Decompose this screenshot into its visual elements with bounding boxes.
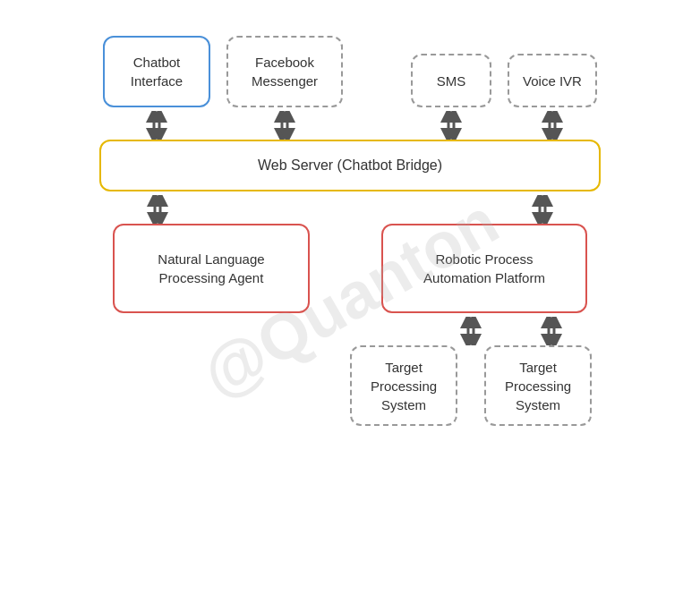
arrow-voiceivr xyxy=(539,111,566,140)
chatbot-label: Chatbot Interface xyxy=(131,53,183,90)
arrow-rpa xyxy=(529,195,556,224)
row-arrows-3 xyxy=(99,317,601,345)
target2-box: Target Processing System xyxy=(484,345,592,426)
arrow-sms xyxy=(438,111,465,140)
voiceivr-box: Voice IVR xyxy=(508,54,597,107)
row-nlp-rpa: Natural Language Processing Agent Roboti… xyxy=(18,224,682,313)
arrow-nlp xyxy=(144,195,171,224)
target2-label: Target Processing System xyxy=(505,358,571,414)
row-webserver: Web Server (Chatbot Bridge) xyxy=(18,140,682,191)
voiceivr-label: Voice IVR xyxy=(523,72,582,90)
facebook-label: Facebook Messenger xyxy=(252,53,318,90)
diagram-container: @Quanton Chatbot Interface Facebook Mess… xyxy=(0,0,700,595)
row-arrows-1 xyxy=(18,111,682,140)
target1-box: Target Processing System xyxy=(350,345,457,426)
facebook-messenger-box: Facebook Messenger xyxy=(226,36,343,107)
rpa-box: Robotic Process Automation Platform xyxy=(381,224,587,313)
chatbot-interface-box: Chatbot Interface xyxy=(103,36,210,107)
arrow-target2 xyxy=(538,317,565,345)
row-arrows-2 xyxy=(99,195,601,224)
sms-label: SMS xyxy=(437,72,466,90)
sms-box: SMS xyxy=(411,54,491,107)
row-targets: Target Processing System Target Processi… xyxy=(99,345,601,426)
arrow-chatbot xyxy=(143,111,170,140)
nlp-box: Natural Language Processing Agent xyxy=(113,224,310,313)
webserver-box: Web Server (Chatbot Bridge) xyxy=(99,140,601,191)
nlp-label: Natural Language Processing Agent xyxy=(158,250,264,287)
arrow-target1 xyxy=(457,317,484,345)
rpa-label: Robotic Process Automation Platform xyxy=(423,250,545,287)
target1-label: Target Processing System xyxy=(371,358,437,414)
arrow-facebook xyxy=(271,111,298,140)
row-top-boxes: Chatbot Interface Facebook Messenger SMS… xyxy=(18,36,682,107)
webserver-label: Web Server (Chatbot Bridge) xyxy=(258,156,442,175)
